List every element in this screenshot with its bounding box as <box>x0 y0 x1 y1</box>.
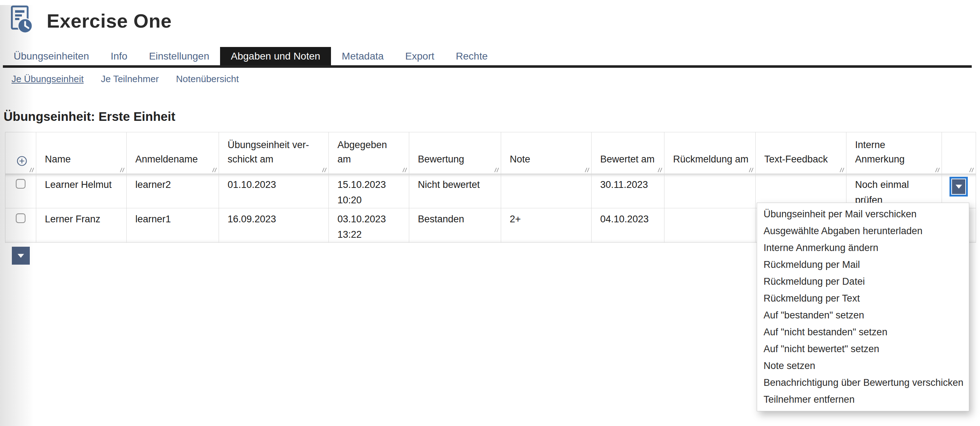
add-columns-icon[interactable] <box>16 156 27 166</box>
table-cell <box>665 208 756 243</box>
column-header-label: Name <box>45 154 71 165</box>
column-header-interne-anmerkung[interactable]: Interne Anmerkung <box>846 132 942 174</box>
menu-item-rückmeldung-per-text[interactable]: Rückmeldung per Text <box>757 290 969 307</box>
actions-column-header-cell <box>942 132 976 174</box>
column-header-rückmeldung-am[interactable]: Rückmeldung am <box>665 132 756 174</box>
section-heading: Übungseinheit: Erste Einheit <box>3 108 980 125</box>
subnav-link-notenübersicht[interactable]: Notenübersicht <box>167 73 247 85</box>
menu-item-note-setzen[interactable]: Note setzen <box>757 358 969 374</box>
bulk-actions-button[interactable] <box>12 247 30 264</box>
column-chooser-header-cell <box>5 132 36 174</box>
menu-item-interne-anmerkung-ändern[interactable]: Interne Anmerkung ändern <box>757 239 969 257</box>
column-resize-handle[interactable] <box>402 167 407 173</box>
column-header-anmeldename[interactable]: Anmeldename <box>127 132 219 174</box>
column-header-label: Text-Feedback <box>764 154 828 165</box>
tab-einstellungen[interactable]: Einstellungen <box>138 47 220 65</box>
column-resize-handle[interactable] <box>119 167 125 173</box>
table-cell: 01.10.2023 <box>219 174 329 208</box>
column-resize-handle[interactable] <box>839 167 845 173</box>
column-header-label: Interne Anmerkung <box>855 139 905 165</box>
column-header-label: Abgegeben am <box>337 139 387 165</box>
column-header-abgegeben-am[interactable]: Abgegeben am <box>329 132 409 174</box>
column-resize-handle[interactable] <box>657 167 663 173</box>
column-resize-handle[interactable] <box>584 167 590 173</box>
table-cell: 15.10.2023 10:20 <box>329 174 409 208</box>
column-header-name[interactable]: Name <box>36 132 127 174</box>
table-cell: Learner Helmut <box>36 174 127 208</box>
table-cell: Nicht bewertet <box>409 174 501 208</box>
menu-item-rückmeldung-per-mail[interactable]: Rückmeldung per Mail <box>757 257 969 273</box>
table-cell: learner2 <box>127 174 219 208</box>
menu-item-übungseinheit-per-mail-verschicken[interactable]: Übungseinheit per Mail verschicken <box>757 206 969 223</box>
caret-down-icon <box>18 254 24 258</box>
row-select-cell <box>5 208 36 243</box>
menu-item-auf-nicht-bewertet-setzen[interactable]: Auf "nicht bewertet" setzen <box>757 340 969 358</box>
column-header-bewertung[interactable]: Bewertung <box>409 132 501 174</box>
tab-abgaben-und-noten[interactable]: Abgaben und Noten <box>220 47 331 65</box>
menu-item-ausgewählte-abgaben-herunterladen[interactable]: Ausgewählte Abgaben herunterladen <box>757 223 969 239</box>
column-header-label: Bewertet am <box>600 154 655 165</box>
column-resize-handle[interactable] <box>29 167 35 173</box>
column-resize-handle[interactable] <box>212 167 217 173</box>
sub-nav: Je ÜbungseinheitJe TeilnehmerNotenübersi… <box>3 73 980 85</box>
table-cell: 2+ <box>501 208 592 243</box>
column-header-note[interactable]: Note <box>501 132 592 174</box>
menu-item-auf-nicht-bestanden-setzen[interactable]: Auf "nicht bestanden" setzen <box>757 324 969 340</box>
column-resize-handle[interactable] <box>321 167 327 173</box>
row-actions-button-focused[interactable] <box>950 177 968 196</box>
table-cell <box>501 174 592 208</box>
column-header-label: Note <box>510 154 530 165</box>
row-checkbox[interactable] <box>16 213 25 223</box>
column-header-label: Rückmeldung am <box>673 154 748 165</box>
tab-rechte[interactable]: Rechte <box>445 47 499 65</box>
table-cell: 30.11.2023 <box>592 174 665 208</box>
column-resize-handle[interactable] <box>934 167 940 173</box>
table-cell: Bestanden <box>409 208 501 243</box>
page-header: Exercise One <box>6 5 980 36</box>
row-select-cell <box>5 174 36 208</box>
row-checkbox[interactable] <box>16 179 25 188</box>
table-cell: learner1 <box>127 208 219 243</box>
page-title: Exercise One <box>47 10 172 32</box>
column-header-label: Bewertung <box>418 154 464 165</box>
menu-item-teilnehmer-entfernen[interactable]: Teilnehmer entfernen <box>757 391 969 408</box>
exercise-clock-icon <box>6 5 35 37</box>
tab-übungseinheiten[interactable]: Übungseinheiten <box>3 47 100 65</box>
table-cell: 16.09.2023 <box>219 208 329 243</box>
column-resize-handle[interactable] <box>748 167 754 173</box>
subnav-link-je-teilnehmer[interactable]: Je Teilnehmer <box>92 73 167 85</box>
tab-export[interactable]: Export <box>395 47 445 65</box>
table-cell <box>665 174 756 208</box>
column-header-label: Anmeldename <box>135 154 198 165</box>
menu-item-auf-bestanden-setzen[interactable]: Auf "bestanden" setzen <box>757 307 969 324</box>
table-cell: 04.10.2023 <box>592 208 665 243</box>
tab-info[interactable]: Info <box>100 47 138 65</box>
column-header-label: Übungseinheit ver­schickt am <box>228 139 309 165</box>
column-resize-handle[interactable] <box>493 167 500 173</box>
column-header-text-feedback[interactable]: Text-Feedback <box>756 132 846 174</box>
menu-item-rückmeldung-per-datei[interactable]: Rückmeldung per Datei <box>757 273 969 290</box>
table-cell: Lerner Franz <box>36 208 127 243</box>
subnav-link-je-übungseinheit[interactable]: Je Übungseinheit <box>3 73 92 85</box>
row-actions-menu: Übungseinheit per Mail verschickenAusgew… <box>757 203 969 411</box>
caret-down-icon <box>956 185 962 188</box>
column-resize-handle[interactable] <box>969 167 974 173</box>
page: Exercise One ÜbungseinheitenInfoEinstell… <box>0 5 980 426</box>
column-header-übungseinheit-verschickt-am[interactable]: Übungseinheit ver­schickt am <box>219 132 329 174</box>
tab-metadata[interactable]: Metadata <box>331 47 395 65</box>
column-header-bewertet-am[interactable]: Bewertet am <box>592 132 665 174</box>
table-cell: 03.10.2023 13:22 <box>329 208 409 243</box>
menu-item-benachrichtigung-über-bewertung-verschicken[interactable]: Benachrichtigung über Bewertung verschic… <box>757 374 969 391</box>
tab-bar: ÜbungseinheitenInfoEinstellungenAbgaben … <box>3 47 972 68</box>
table-header-row: NameAnmeldenameÜbungseinheit ver­schickt… <box>5 132 976 174</box>
